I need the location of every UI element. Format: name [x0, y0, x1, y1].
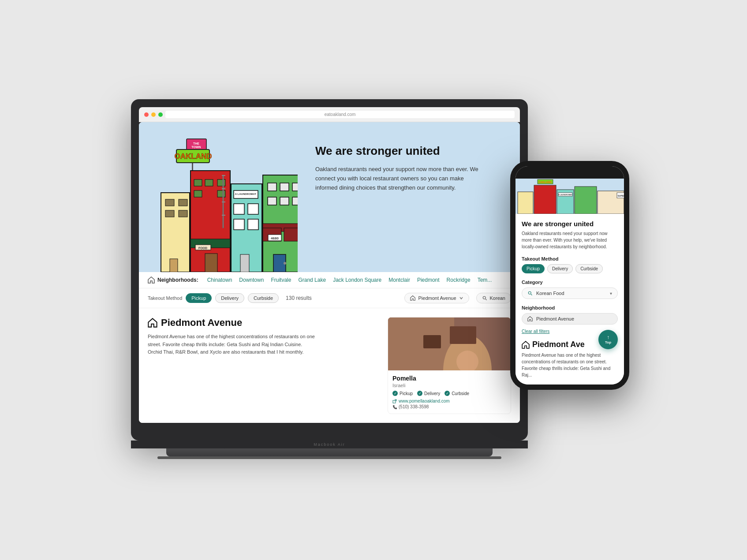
phone-takeout-label: Takeout Method	[522, 256, 618, 261]
filter-bar: Takeout Method Pickup Delivery Curbside …	[139, 288, 520, 308]
home-icon-section	[148, 318, 157, 328]
svg-rect-18	[217, 190, 225, 197]
svg-rect-33	[234, 219, 244, 230]
neighborhood-dropdown[interactable]: Piedmont Avenue	[404, 293, 469, 303]
svg-line-51	[485, 299, 486, 300]
svg-rect-26	[222, 202, 225, 202]
delivery-check-icon: ✓	[417, 391, 422, 396]
takeout-label: Takeout Method	[148, 295, 182, 301]
maximize-button[interactable]	[158, 112, 163, 117]
phone-curbside-pill[interactable]: Curbside	[575, 264, 603, 273]
buildings-illustration: THE TOWN OAKLAND	[157, 135, 298, 272]
svg-rect-31	[234, 204, 244, 214]
svg-rect-10	[165, 210, 174, 217]
svg-rect-27	[222, 215, 225, 216]
url-bar[interactable]: eatoakland.com	[165, 111, 515, 118]
neighborhood-description: Piedmont Avenue has one of the highest c…	[148, 333, 315, 356]
svg-text:A LAUNDROMAT: A LAUNDROMAT	[235, 193, 257, 195]
nav-link-grand-lake[interactable]: Grand Lake	[298, 277, 326, 283]
svg-text:THE: THE	[193, 142, 199, 145]
phone-hero-desc: Oakland restaurants need your support no…	[522, 230, 618, 250]
svg-rect-24	[222, 175, 225, 176]
top-arrow-icon: ↑	[607, 335, 609, 340]
nav-link-chinatown[interactable]: Chinatown	[207, 277, 232, 283]
svg-rect-41	[280, 197, 289, 205]
svg-rect-9	[179, 199, 187, 206]
window-chrome: eatoakland.com	[139, 107, 520, 122]
phone-delivery-pill[interactable]: Delivery	[547, 264, 573, 273]
svg-rect-15	[205, 179, 213, 186]
svg-rect-42	[292, 197, 298, 205]
chevron-down-icon	[459, 296, 463, 300]
svg-rect-35	[240, 254, 249, 272]
restaurant-phone: (510) 338-3598	[392, 404, 506, 409]
minimize-button[interactable]	[151, 112, 156, 117]
category-dropdown[interactable]: Korean	[476, 293, 511, 303]
delivery-pill[interactable]: Delivery	[215, 293, 244, 303]
phone-category-arrow: ▾	[610, 291, 612, 296]
svg-rect-39	[292, 183, 298, 191]
svg-rect-17	[194, 190, 202, 197]
nav-link-more[interactable]: Tem...	[478, 277, 492, 283]
restaurant-website[interactable]: www.pomellaoakland.com	[392, 399, 506, 403]
svg-point-71	[528, 291, 531, 294]
results-count: 130 results	[286, 295, 312, 301]
neighborhoods-nav: Neighborhoods: Chinatown Downtown Fruitv…	[139, 272, 520, 288]
nav-link-montclair[interactable]: Montclair	[388, 277, 410, 283]
svg-rect-20	[205, 254, 217, 272]
phone-neighborhood-label: Neighborhood	[522, 305, 618, 310]
svg-rect-25	[222, 188, 225, 189]
svg-rect-34	[248, 219, 258, 230]
svg-text:OAKLAND: OAKLAND	[175, 152, 212, 161]
search-icon-filter	[482, 295, 487, 301]
home-icon-phone	[527, 316, 533, 321]
svg-rect-12	[170, 259, 178, 272]
hero-text: We are stronger united Oakland restauran…	[315, 135, 483, 193]
laptop: eatoakland.com THE	[131, 99, 528, 470]
restaurant-photo	[388, 317, 511, 370]
curbside-method: ✓ Curbside	[444, 391, 469, 396]
svg-rect-57	[423, 335, 441, 348]
phone-category-search[interactable]: Korean Food ▾	[522, 287, 618, 299]
phone-pills: Pickup Delivery Curbside	[522, 264, 618, 273]
phone-notch-bar	[515, 166, 624, 179]
restaurant-name: Pomella	[392, 375, 506, 382]
close-button[interactable]	[144, 112, 149, 117]
svg-rect-67	[575, 187, 597, 214]
nav-link-downtown[interactable]: Downtown	[239, 277, 264, 283]
search-icon-phone	[527, 291, 533, 296]
hero-section: THE TOWN OAKLAND	[139, 122, 520, 272]
svg-rect-60	[518, 192, 533, 214]
nav-link-rockridge[interactable]: Rockridge	[447, 277, 471, 283]
svg-rect-56	[450, 326, 476, 344]
home-icon-filter	[410, 295, 415, 301]
phone-pickup-pill[interactable]: Pickup	[522, 264, 545, 273]
delivery-method: ✓ Delivery	[417, 391, 440, 396]
restaurant-methods: ✓ Pickup ✓ Delivery ✓ Curbside	[392, 391, 506, 396]
neighborhood-links: Chinatown Downtown Fruitvale Grand Lake …	[207, 277, 492, 283]
curbside-pill[interactable]: Curbside	[248, 293, 279, 303]
phone-category-label: Category	[522, 280, 618, 285]
svg-line-72	[531, 294, 532, 295]
nav-link-piedmont[interactable]: Piedmont	[417, 277, 440, 283]
pickup-pill[interactable]: Pickup	[186, 293, 212, 303]
phone-neighborhood-desc: Piedmont Avenue has one of the highest c…	[522, 352, 618, 378]
nav-link-jack-london[interactable]: Jack London Square	[333, 277, 381, 283]
home-icon	[148, 276, 155, 284]
svg-text:SUPER MARKE...: SUPER MARKE...	[617, 194, 624, 197]
restaurant-card: Pomella Israeli ✓ Pickup ✓ Delivery	[388, 317, 511, 414]
phone-neighborhood-dropdown[interactable]: Piedmont Avenue	[522, 313, 618, 325]
phone-content: We are stronger united Oakland restauran…	[515, 214, 624, 385]
svg-rect-14	[194, 179, 202, 186]
hero-title: We are stronger united	[315, 144, 483, 158]
navbar-label: Neighborhoods:	[148, 276, 198, 284]
top-button[interactable]: ↑ Top	[598, 330, 618, 349]
svg-point-49	[284, 262, 286, 265]
external-link-icon	[392, 399, 397, 403]
laptop-screen: THE TOWN OAKLAND	[139, 122, 520, 423]
filter-right: Piedmont Avenue Korean	[404, 293, 511, 303]
restaurant-info: Pomella Israeli ✓ Pickup ✓ Delivery	[388, 370, 511, 414]
svg-rect-37	[268, 183, 276, 191]
pickup-check-icon: ✓	[392, 391, 398, 396]
nav-link-fruitvale[interactable]: Fruitvale	[271, 277, 291, 283]
